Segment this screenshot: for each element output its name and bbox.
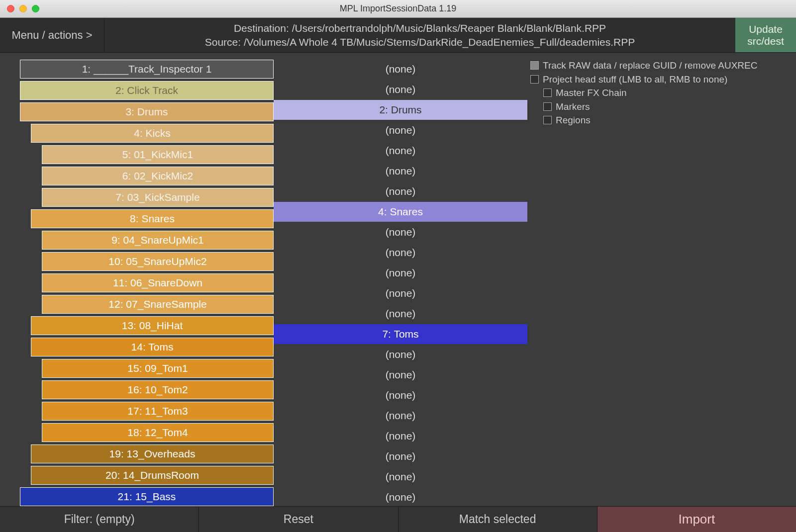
reset-button[interactable]: Reset xyxy=(199,507,398,532)
source-track-item[interactable]: 18: 12_Tom4 xyxy=(42,423,274,442)
source-track-item[interactable]: 11: 06_SnareDown xyxy=(42,273,274,292)
match-target-label: (none) xyxy=(386,491,416,503)
match-target-item[interactable]: 4: Snares xyxy=(274,202,527,222)
source-track-label: 9: 04_SnareUpMic1 xyxy=(111,234,204,246)
source-track-label: 16: 10_Tom2 xyxy=(127,384,188,396)
checkbox-icon xyxy=(543,116,552,124)
match-target-item[interactable]: (none) xyxy=(274,120,527,140)
match-target-item[interactable]: (none) xyxy=(274,426,527,446)
match-target-item[interactable]: (none) xyxy=(274,406,527,426)
match-target-item[interactable]: (none) xyxy=(274,161,527,181)
source-track-item[interactable]: 17: 11_Tom3 xyxy=(42,402,274,421)
update-line2: src/dest xyxy=(747,35,784,47)
filter-button[interactable]: Filter: (empty) xyxy=(0,507,199,532)
match-target-label: (none) xyxy=(386,267,416,279)
update-src-dest-button[interactable]: Update src/dest xyxy=(735,18,796,52)
checkbox-icon xyxy=(530,61,539,70)
checkbox-icon xyxy=(543,102,552,111)
match-target-label: 2: Drums xyxy=(379,104,421,116)
source-track-item[interactable]: 8: Snares xyxy=(31,209,274,228)
source-track-label: 12: 07_SnareSample xyxy=(108,298,206,310)
source-track-item[interactable]: 15: 09_Tom1 xyxy=(42,359,274,378)
option-label: Master FX Chain xyxy=(556,86,627,100)
paths-display[interactable]: Destination: /Users/robertrandolph/Music… xyxy=(104,18,735,52)
source-track-item[interactable]: 14: Toms xyxy=(31,338,274,356)
update-line1: Update xyxy=(749,23,783,35)
match-target-label: (none) xyxy=(386,410,416,422)
checkbox-icon xyxy=(530,75,539,84)
source-track-item[interactable]: 19: 13_Overheads xyxy=(31,444,274,463)
match-target-item[interactable]: (none) xyxy=(274,365,527,385)
match-target-item[interactable]: (none) xyxy=(274,446,527,466)
match-target-item[interactable]: (none) xyxy=(274,487,527,506)
match-target-item[interactable]: (none) xyxy=(274,141,527,161)
menu-actions-button[interactable]: Menu / actions > xyxy=(0,18,104,52)
source-track-label: 3: Drums xyxy=(125,106,168,118)
source-track-item[interactable]: 21: 15_Bass xyxy=(20,487,274,506)
match-target-item[interactable]: (none) xyxy=(274,385,527,405)
source-track-label: 15: 09_Tom1 xyxy=(127,362,188,374)
source-track-item[interactable]: 13: 08_HiHat xyxy=(31,316,274,335)
source-track-item[interactable]: 7: 03_KickSample xyxy=(42,188,274,207)
match-target-label: (none) xyxy=(386,226,416,238)
match-target-label: (none) xyxy=(386,145,416,157)
match-target-item[interactable]: (none) xyxy=(274,243,527,263)
option-markers[interactable]: Markers xyxy=(530,100,793,114)
import-button[interactable]: Import xyxy=(597,507,796,532)
source-track-item[interactable]: 6: 02_KickMic2 xyxy=(42,167,274,185)
zoom-icon[interactable] xyxy=(32,5,39,12)
source-track-item[interactable]: 2: Click Track xyxy=(20,81,274,100)
source-track-column: 1: ______Track_Inspector 12: Click Track… xyxy=(0,53,274,506)
source-track-label: 17: 11_Tom3 xyxy=(127,405,188,417)
match-target-label: (none) xyxy=(386,287,416,299)
match-target-item[interactable]: (none) xyxy=(274,283,527,303)
source-track-item[interactable]: 5: 01_KickMic1 xyxy=(42,145,274,164)
source-track-label: 21: 15_Bass xyxy=(118,491,176,503)
match-target-item[interactable]: (none) xyxy=(274,181,527,201)
match-target-item[interactable]: (none) xyxy=(274,80,527,99)
option-project-head[interactable]: Project head stuff (LMB to all, RMB to n… xyxy=(530,73,793,87)
app-window: MPL ImportSessionData 1.19 Menu / action… xyxy=(0,0,796,532)
source-track-item[interactable]: 16: 10_Tom2 xyxy=(42,380,274,399)
source-track-label: 11: 06_SnareDown xyxy=(113,277,202,289)
source-track-item[interactable]: 10: 05_SnareUpMic2 xyxy=(42,252,274,271)
source-track-label: 6: 02_KickMic2 xyxy=(122,170,193,182)
source-track-item[interactable]: 9: 04_SnareUpMic1 xyxy=(42,231,274,250)
window-title: MPL ImportSessionData 1.19 xyxy=(0,3,796,14)
option-regions[interactable]: Regions xyxy=(530,113,793,127)
match-target-label: (none) xyxy=(386,84,416,95)
match-target-item[interactable]: (none) xyxy=(274,345,527,364)
match-target-item[interactable]: (none) xyxy=(274,467,527,487)
match-target-item[interactable]: 2: Drums xyxy=(274,100,527,120)
source-track-item[interactable]: 1: ______Track_Inspector 1 xyxy=(20,60,274,79)
match-target-item[interactable]: (none) xyxy=(274,263,527,283)
source-track-label: 13: 08_HiHat xyxy=(122,320,183,332)
source-track-item[interactable]: 3: Drums xyxy=(20,102,274,121)
source-track-item[interactable]: 12: 07_SnareSample xyxy=(42,295,274,314)
match-target-label: (none) xyxy=(386,185,416,197)
match-target-label: (none) xyxy=(386,308,416,320)
source-track-label: 18: 12_Tom4 xyxy=(127,427,188,439)
match-target-item[interactable]: (none) xyxy=(274,222,527,242)
match-target-label: (none) xyxy=(386,430,416,442)
option-master-fx-chain[interactable]: Master FX Chain xyxy=(530,86,793,100)
source-track-label: 19: 13_Overheads xyxy=(109,448,196,460)
close-icon[interactable] xyxy=(7,5,14,12)
match-target-item[interactable]: (none) xyxy=(274,304,527,324)
source-track-label: 10: 05_SnareUpMic2 xyxy=(108,256,206,267)
menu-actions-label: Menu / actions > xyxy=(11,29,92,42)
option-track-raw-data[interactable]: Track RAW data / replace GUID / remove A… xyxy=(530,59,793,73)
source-track-label: 14: Toms xyxy=(131,341,174,353)
match-selected-label: Match selected xyxy=(459,513,536,526)
match-selected-button[interactable]: Match selected xyxy=(398,507,597,532)
header-bar: Menu / actions > Destination: /Users/rob… xyxy=(0,18,796,53)
match-target-item[interactable]: (none) xyxy=(274,59,527,79)
option-label: Markers xyxy=(556,100,590,114)
option-label: Track RAW data / replace GUID / remove A… xyxy=(543,59,758,73)
destination-path: Destination: /Users/robertrandolph/Music… xyxy=(234,21,606,35)
source-track-item[interactable]: 4: Kicks xyxy=(31,124,274,143)
source-track-item[interactable]: 20: 14_DrumsRoom xyxy=(31,466,274,485)
minimize-icon[interactable] xyxy=(19,5,27,12)
match-target-item[interactable]: 7: Toms xyxy=(274,324,527,344)
reset-label: Reset xyxy=(284,513,313,526)
